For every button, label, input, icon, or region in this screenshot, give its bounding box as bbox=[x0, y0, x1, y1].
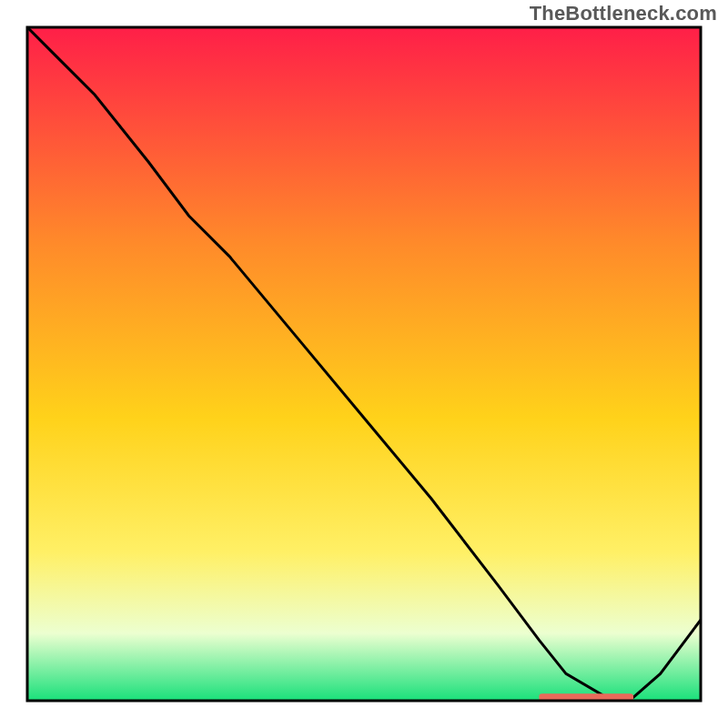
chart-container: { "watermark": "TheBottleneck.com", "cha… bbox=[0, 0, 728, 728]
bottleneck-chart bbox=[0, 0, 728, 728]
plot-background bbox=[27, 27, 701, 701]
watermark-text: TheBottleneck.com bbox=[530, 2, 717, 25]
